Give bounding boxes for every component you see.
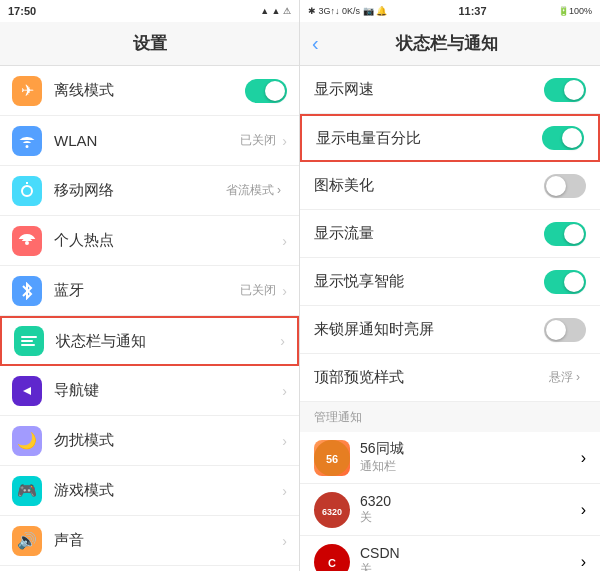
settings-item-hotspot[interactable]: 个人热点 › (0, 216, 299, 266)
sound-icon: 🔊 (12, 526, 42, 556)
app-info-6320: 6320 关 (360, 493, 581, 526)
right-list: 显示网速 显示电量百分比 图标美化 显示流量 显示悦享智能 来锁屏通知时亮屏 (300, 66, 600, 571)
hotspot-icon (12, 226, 42, 256)
right-item-lock-screen[interactable]: 来锁屏通知时亮屏 (300, 306, 600, 354)
app-item-csdn[interactable]: C CSDN 关 › (300, 536, 600, 571)
right-status-left: ✱ 3G↑↓ 0K/s 📷 🔔 (308, 6, 387, 16)
left-time: 17:50 (8, 5, 36, 17)
hotspot-label: 个人热点 (54, 231, 282, 250)
right-item-show-speed[interactable]: 显示网速 (300, 66, 600, 114)
nav-icon (12, 376, 42, 406)
app-icon-6320: 6320 (314, 492, 350, 528)
show-yue-toggle[interactable] (544, 270, 586, 294)
airplane-toggle[interactable] (245, 79, 287, 103)
icon-beautify-toggle[interactable] (544, 174, 586, 198)
app-6320-chevron: › (581, 501, 586, 519)
app-56-chevron: › (581, 449, 586, 467)
bluetooth-value: 已关闭 (240, 282, 276, 299)
right-item-show-flow[interactable]: 显示流量 (300, 210, 600, 258)
lock-screen-toggle[interactable] (544, 318, 586, 342)
app-name-6320: 6320 (360, 493, 581, 509)
show-battery-pct-toggle[interactable] (542, 126, 584, 150)
sound-label: 声音 (54, 531, 282, 550)
airplane-icon: ✈ (12, 76, 42, 106)
wlan-label: WLAN (54, 132, 240, 149)
right-panel: ✱ 3G↑↓ 0K/s 📷 🔔 11:37 🔋100% ‹ 状态栏与通知 显示网… (300, 0, 600, 571)
settings-item-sound[interactable]: 🔊 声音 › (0, 516, 299, 566)
statusbar-icon (14, 326, 44, 356)
dnd-label: 勿扰模式 (54, 431, 282, 450)
settings-item-dnd[interactable]: 🌙 勿扰模式 › (0, 416, 299, 466)
svg-text:C: C (328, 557, 336, 569)
bluetooth-icon (12, 276, 42, 306)
settings-item-airplane[interactable]: ✈ 离线模式 (0, 66, 299, 116)
wlan-chevron: › (282, 133, 287, 149)
settings-item-statusbar[interactable]: 状态栏与通知 › (0, 316, 299, 366)
app-item-6320[interactable]: 6320 6320 关 › (300, 484, 600, 536)
right-time: 11:37 (458, 5, 486, 17)
statusbar-chevron: › (280, 333, 285, 349)
app-item-56[interactable]: 56 56同城 通知栏 › (300, 432, 600, 484)
svg-text:56: 56 (326, 453, 338, 465)
app-info-csdn: CSDN 关 (360, 545, 581, 571)
bluetooth-label: 蓝牙 (54, 281, 240, 300)
settings-item-mobile[interactable]: 移动网络 省流模式 › (0, 166, 299, 216)
icon-beautify-label: 图标美化 (314, 176, 544, 195)
left-title: 设置 (133, 32, 167, 55)
settings-item-wlan[interactable]: WLAN 已关闭 › (0, 116, 299, 166)
app-status-56: 通知栏 (360, 458, 581, 475)
left-panel: 17:50 ▲ ▲ ⚠ 设置 ✈ 离线模式 WLAN 已关闭 › (0, 0, 300, 571)
dnd-chevron: › (282, 433, 287, 449)
right-item-top-preview[interactable]: 顶部预览样式 悬浮 › (300, 354, 600, 402)
wlan-value: 已关闭 (240, 132, 276, 149)
game-label: 游戏模式 (54, 481, 282, 500)
nav-chevron: › (282, 383, 287, 399)
show-flow-toggle[interactable] (544, 222, 586, 246)
back-button[interactable]: ‹ (312, 32, 319, 55)
settings-item-game[interactable]: 🎮 游戏模式 › (0, 466, 299, 516)
left-status-bar: 17:50 ▲ ▲ ⚠ (0, 0, 299, 22)
settings-item-display[interactable]: ☀ 显示与亮度 › (0, 566, 299, 571)
manage-notify-section: 管理通知 (300, 402, 600, 432)
left-status-icons: ▲ ▲ ⚠ (260, 6, 291, 16)
right-item-show-battery-pct[interactable]: 显示电量百分比 (300, 114, 600, 162)
right-status-bar: ✱ 3G↑↓ 0K/s 📷 🔔 11:37 🔋100% (300, 0, 600, 22)
top-preview-label: 顶部预览样式 (314, 368, 549, 387)
bluetooth-chevron: › (282, 283, 287, 299)
statusbar-label: 状态栏与通知 (56, 332, 280, 351)
right-status-right: 🔋100% (558, 6, 592, 16)
sound-chevron: › (282, 533, 287, 549)
app-name-csdn: CSDN (360, 545, 581, 561)
mobile-icon (12, 176, 42, 206)
manage-notify-label: 管理通知 (314, 409, 362, 426)
svg-rect-3 (21, 340, 33, 342)
app-icon-csdn: C (314, 544, 350, 572)
airplane-label: 离线模式 (54, 81, 245, 100)
show-speed-label: 显示网速 (314, 80, 544, 99)
svg-point-0 (22, 186, 32, 196)
svg-marker-5 (23, 387, 31, 395)
app-status-csdn: 关 (360, 561, 581, 571)
game-chevron: › (282, 483, 287, 499)
right-item-icon-beautify[interactable]: 图标美化 (300, 162, 600, 210)
nav-label: 导航键 (54, 381, 282, 400)
right-header: ‹ 状态栏与通知 (300, 22, 600, 66)
app-name-56: 56同城 (360, 440, 581, 458)
show-flow-label: 显示流量 (314, 224, 544, 243)
settings-item-bluetooth[interactable]: 蓝牙 已关闭 › (0, 266, 299, 316)
app-csdn-chevron: › (581, 553, 586, 571)
svg-rect-4 (21, 344, 35, 346)
right-title: 状态栏与通知 (327, 32, 568, 55)
svg-rect-2 (21, 336, 37, 338)
settings-item-nav[interactable]: 导航键 › (0, 366, 299, 416)
show-battery-pct-label: 显示电量百分比 (316, 129, 542, 148)
app-status-6320: 关 (360, 509, 581, 526)
app-icon-56: 56 (314, 440, 350, 476)
settings-list: ✈ 离线模式 WLAN 已关闭 › 移动网络 省流模式 › (0, 66, 299, 571)
game-icon: 🎮 (12, 476, 42, 506)
wifi-icon (12, 126, 42, 156)
show-speed-toggle[interactable] (544, 78, 586, 102)
dnd-icon: 🌙 (12, 426, 42, 456)
right-item-show-yue[interactable]: 显示悦享智能 (300, 258, 600, 306)
hotspot-chevron: › (282, 233, 287, 249)
